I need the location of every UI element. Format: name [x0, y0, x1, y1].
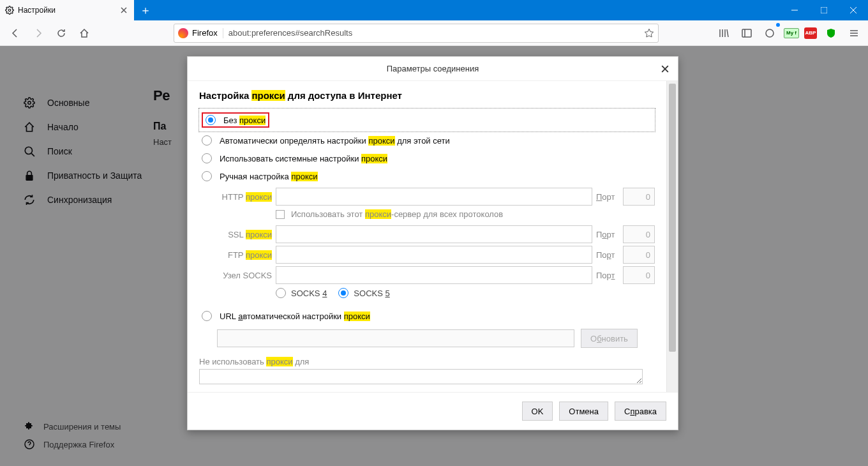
ssl-label: SSL прокси [214, 230, 272, 239]
ftp-proxy-row: FTP прокси Порт [214, 246, 655, 264]
no-proxy-label: Не использовать прокси для [199, 357, 655, 366]
back-button[interactable] [5, 23, 26, 43]
window-titlebar: Настройки ＋ [0, 0, 868, 20]
new-tab-button[interactable]: ＋ [134, 0, 157, 20]
radio-manual-proxy[interactable]: Ручная настройка прокси [199, 167, 655, 185]
svg-rect-3 [742, 29, 751, 37]
proxy-section-title: Настройка прокси для доступа в Интернет [199, 90, 655, 101]
home-button[interactable] [74, 23, 94, 43]
dialog-scrollbar[interactable] [666, 81, 678, 392]
sidebar-icon[interactable] [738, 24, 756, 42]
browser-tab[interactable]: Настройки [0, 0, 134, 20]
dialog-close-button[interactable] [659, 63, 671, 75]
forward-button[interactable] [28, 23, 49, 43]
ftp-port-input[interactable] [623, 246, 655, 264]
extension-icon-abp[interactable]: ABP [804, 27, 817, 39]
bookmark-star-icon[interactable] [644, 28, 654, 38]
extension-icon-shield[interactable] [822, 24, 840, 42]
url-bar[interactable]: Firefox about:preferences#searchResults [174, 24, 659, 43]
radio-label: Автоматически определять настройки прокс… [220, 136, 450, 146]
radio-label: SOCKS 5 [354, 289, 389, 298]
http-proxy-row: HTTP прокси Порт [214, 188, 655, 206]
radio-label: URL автоматической настройки прокси [220, 312, 370, 321]
extension-icon-myf[interactable]: My f [784, 28, 799, 38]
tab-close-button[interactable] [119, 5, 129, 15]
socks-label: Узел SOCKS [214, 271, 272, 280]
ftp-host-input[interactable] [276, 246, 592, 264]
socks-host-input[interactable] [276, 266, 592, 284]
firefox-icon [178, 28, 188, 38]
dialog-title: Параметры соединения [387, 64, 479, 73]
library-icon[interactable] [715, 24, 733, 42]
ssl-proxy-row: SSL прокси Порт [214, 225, 655, 243]
port-label: Порт [596, 230, 619, 239]
radio-label: Использовать системные настройки прокси [220, 154, 387, 163]
http-label: HTTP прокси [214, 192, 272, 202]
navigation-toolbar: Firefox about:preferences#searchResults … [0, 20, 868, 46]
window-maximize-button[interactable] [809, 0, 839, 20]
identity-label: Firefox [192, 28, 218, 38]
svg-point-0 [8, 9, 11, 11]
http-host-input[interactable] [276, 188, 592, 206]
port-label: Порт [596, 192, 619, 202]
help-button[interactable]: Справка [615, 402, 666, 421]
radio-label: Ручная настройка прокси [220, 172, 318, 181]
radio-no-proxy[interactable]: Без прокси [199, 109, 655, 132]
radio-socks5[interactable]: SOCKS 5 [338, 288, 389, 298]
no-proxy-input[interactable] [199, 369, 643, 384]
socks-port-input[interactable] [623, 266, 655, 284]
connection-settings-dialog: Параметры соединения Настройка прокси дл… [187, 56, 678, 430]
radio-system-proxy[interactable]: Использовать системные настройки прокси [199, 149, 655, 167]
radio-label: Без прокси [223, 116, 266, 125]
radio-icon [338, 288, 348, 298]
tab-title: Настройки [18, 6, 56, 15]
use-for-all-row[interactable]: Использовать этот прокси-сервер для всех… [276, 209, 655, 219]
scrollbar-thumb[interactable] [669, 84, 676, 352]
ftp-label: FTP прокси [214, 250, 272, 260]
port-label: Порт [596, 250, 619, 260]
window-minimize-button[interactable] [780, 0, 809, 20]
dialog-footer: OK Отмена Справка [188, 392, 678, 430]
pac-url-input[interactable] [217, 329, 574, 347]
app-menu-button[interactable] [845, 24, 863, 42]
window-close-button[interactable] [839, 0, 868, 20]
reload-button[interactable] [51, 23, 71, 43]
radio-icon [202, 311, 212, 321]
radio-icon [202, 135, 212, 146]
socks-proxy-row: Узел SOCKS Порт [214, 266, 655, 284]
radio-icon [206, 115, 216, 125]
http-port-input[interactable] [623, 188, 655, 206]
radio-auto-detect[interactable]: Автоматически определять настройки прокс… [199, 132, 655, 149]
site-identity[interactable]: Firefox [178, 28, 223, 38]
radio-icon [276, 288, 286, 298]
checkbox-label: Использовать этот прокси-сервер для всех… [291, 209, 503, 219]
cancel-button[interactable]: Отмена [559, 402, 608, 421]
svg-point-4 [766, 29, 774, 37]
ssl-host-input[interactable] [276, 225, 592, 243]
gear-icon [5, 6, 14, 15]
radio-pac-url[interactable]: URL автоматической настройки прокси [199, 307, 655, 325]
svg-marker-2 [645, 29, 653, 37]
checkbox-icon [276, 210, 285, 219]
reload-pac-button[interactable]: Обновить [581, 329, 638, 348]
radio-label: SOCKS 4 [291, 289, 327, 298]
radio-icon [202, 171, 212, 181]
dialog-header: Параметры соединения [188, 57, 678, 81]
url-text: about:preferences#searchResults [228, 28, 352, 38]
radio-icon [202, 153, 212, 163]
radio-socks4[interactable]: SOCKS 4 [276, 288, 327, 298]
svg-rect-1 [821, 7, 827, 13]
extension-icon-1[interactable] [761, 24, 779, 42]
ok-button[interactable]: OK [522, 402, 553, 421]
port-label: Порт [596, 271, 619, 280]
ssl-port-input[interactable] [623, 225, 655, 243]
